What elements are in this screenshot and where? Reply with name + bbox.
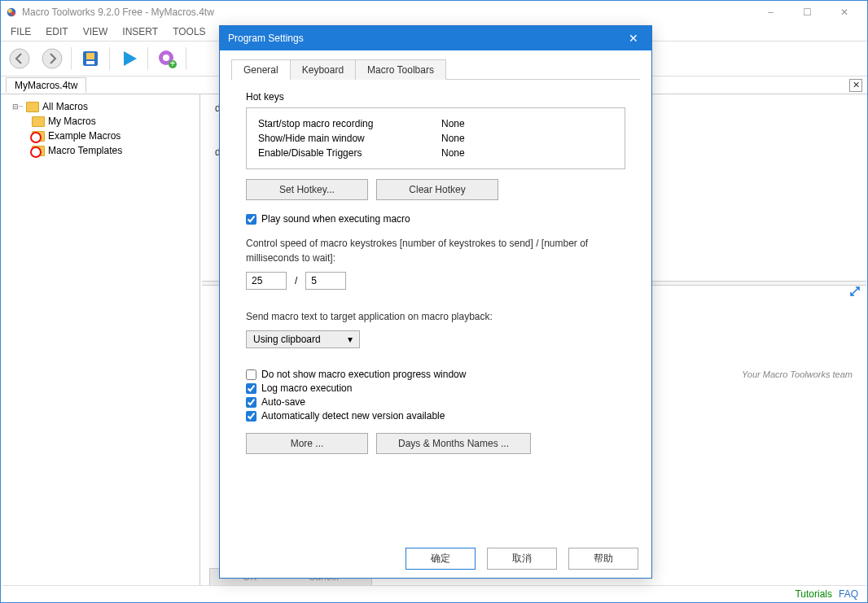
expand-diagonal-icon[interactable] bbox=[849, 286, 861, 297]
window-titlebar: Macro Toolworks 9.2.0 Free - MyMacros.4t… bbox=[1, 1, 867, 23]
log-execution-input[interactable] bbox=[246, 383, 256, 394]
app-logo-icon bbox=[6, 7, 17, 18]
keystrokes-count-input[interactable] bbox=[246, 272, 287, 290]
separator-icon bbox=[71, 47, 72, 70]
play-sound-checkbox[interactable]: Play sound when executing macro bbox=[246, 213, 625, 225]
menu-edit[interactable]: EDIT bbox=[39, 24, 74, 39]
speed-label: Control speed of macro keystrokes [numbe… bbox=[246, 236, 625, 265]
nav-back-icon[interactable] bbox=[6, 45, 33, 72]
tree-item-example-macros[interactable]: Example Macros bbox=[4, 129, 196, 143]
folder-disabled-icon bbox=[32, 146, 45, 156]
menu-file[interactable]: FILE bbox=[4, 24, 37, 39]
window-title: Macro Toolworks 9.2.0 Free - MyMacros.4t… bbox=[22, 7, 752, 18]
svg-text:+: + bbox=[169, 58, 175, 69]
tree-root[interactable]: ⊟┈All Macros bbox=[4, 99, 196, 114]
auto-update-checkbox[interactable]: Automatically detect new version availab… bbox=[246, 410, 625, 422]
hotkeys-list[interactable]: Start/stop macro recordingNone Show/Hide… bbox=[246, 107, 625, 169]
days-months-button[interactable]: Days & Months Names ... bbox=[376, 433, 531, 454]
separator-icon bbox=[186, 47, 186, 70]
svg-point-9 bbox=[163, 55, 169, 61]
set-hotkey-button[interactable]: Set Hotkey... bbox=[246, 179, 368, 200]
hotkey-row[interactable]: Show/Hide main windowNone bbox=[258, 131, 613, 146]
wait-ms-input[interactable] bbox=[305, 272, 346, 290]
tab-macro-toolbars[interactable]: Macro Toolbars bbox=[355, 59, 446, 80]
window-close-icon[interactable]: ✕ bbox=[826, 3, 862, 21]
dialog-ok-button[interactable]: 确定 bbox=[406, 548, 476, 570]
separator-icon bbox=[109, 47, 110, 70]
dialog-titlebar: Program Settings ✕ bbox=[220, 26, 651, 50]
svg-point-4 bbox=[42, 49, 62, 68]
svg-rect-6 bbox=[86, 53, 94, 59]
folder-icon bbox=[32, 116, 45, 127]
no-progress-checkbox[interactable]: Do not show macro execution progress win… bbox=[246, 369, 625, 380]
chevron-down-icon: ▾ bbox=[348, 334, 353, 345]
dialog-tabs: General Keyboard Macro Toolbars bbox=[231, 59, 640, 80]
hotkey-row[interactable]: Enable/Disable TriggersNone bbox=[258, 146, 613, 160]
menu-view[interactable]: VIEW bbox=[77, 24, 115, 39]
more-button[interactable]: More ... bbox=[246, 433, 368, 454]
tab-general[interactable]: General bbox=[231, 59, 291, 80]
dialog-close-icon[interactable]: ✕ bbox=[624, 32, 643, 45]
macro-tree: ⊟┈All Macros My Macros Example Macros Ma… bbox=[1, 94, 200, 588]
log-execution-checkbox[interactable]: Log macro execution bbox=[246, 382, 625, 394]
nav-forward-icon[interactable] bbox=[38, 45, 66, 72]
no-progress-input[interactable] bbox=[246, 369, 256, 380]
clear-hotkey-button[interactable]: Clear Hotkey bbox=[376, 179, 498, 200]
hotkey-row[interactable]: Start/stop macro recordingNone bbox=[258, 116, 613, 131]
tab-keyboard[interactable]: Keyboard bbox=[290, 59, 356, 80]
dialog-cancel-button[interactable]: 取消 bbox=[487, 548, 557, 570]
save-icon[interactable] bbox=[77, 45, 104, 72]
separator-icon bbox=[147, 47, 148, 70]
play-icon[interactable] bbox=[115, 45, 142, 72]
svg-point-2 bbox=[11, 11, 15, 15]
svg-rect-7 bbox=[86, 61, 94, 64]
send-text-select[interactable]: Using clipboard ▾ bbox=[246, 330, 360, 348]
svg-point-3 bbox=[10, 49, 29, 68]
faq-link[interactable]: FAQ bbox=[839, 588, 858, 600]
menu-insert[interactable]: INSERT bbox=[116, 24, 164, 39]
status-bar: Tutorials FAQ bbox=[2, 585, 866, 601]
auto-save-checkbox[interactable]: Auto-save bbox=[246, 396, 625, 408]
dialog-title: Program Settings bbox=[228, 33, 304, 44]
file-tab[interactable]: MyMacros.4tw bbox=[6, 77, 86, 93]
tree-item-macro-templates[interactable]: Macro Templates bbox=[4, 143, 196, 158]
dialog-help-button[interactable]: 帮助 bbox=[568, 548, 638, 570]
slash-separator: / bbox=[295, 275, 297, 286]
auto-save-input[interactable] bbox=[246, 397, 256, 408]
pane-close-icon[interactable]: ✕ bbox=[849, 79, 862, 92]
auto-update-input[interactable] bbox=[246, 411, 256, 422]
send-text-label: Send macro text to target application on… bbox=[246, 309, 625, 324]
tutorials-link[interactable]: Tutorials bbox=[795, 588, 832, 600]
window-maximize-icon[interactable]: ☐ bbox=[789, 3, 826, 21]
folder-disabled-icon bbox=[32, 131, 45, 142]
menu-tools[interactable]: TOOLS bbox=[166, 24, 212, 39]
tree-item-my-macros[interactable]: My Macros bbox=[4, 114, 196, 129]
window-minimize-icon[interactable]: – bbox=[752, 3, 789, 21]
hotkeys-header: Hot keys bbox=[246, 91, 625, 103]
folder-icon bbox=[26, 102, 39, 112]
program-settings-dialog: Program Settings ✕ General Keyboard Macr… bbox=[219, 25, 652, 579]
settings-gear-icon[interactable]: + bbox=[153, 45, 181, 72]
play-sound-input[interactable] bbox=[246, 214, 256, 225]
